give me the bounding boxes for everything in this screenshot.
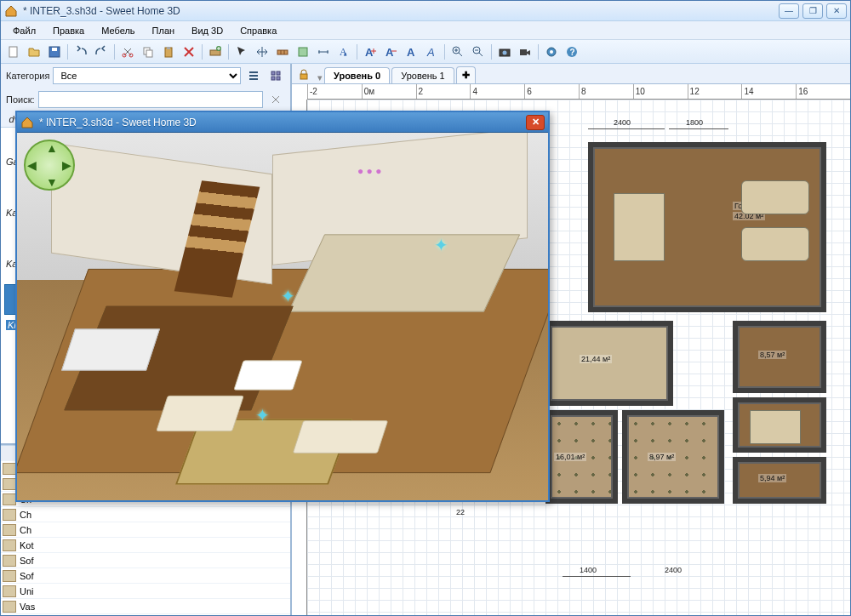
svg-point-23: [503, 50, 507, 54]
nav-right-icon[interactable]: ▶: [62, 158, 71, 172]
text-tool[interactable]: Aa: [334, 43, 353, 61]
nav-left-icon[interactable]: ◀: [27, 158, 37, 172]
room-tool[interactable]: [294, 43, 312, 61]
menu-plan[interactable]: План: [146, 24, 182, 37]
svg-rect-24: [520, 49, 527, 55]
svg-marker-34: [22, 117, 32, 128]
search-label: Поиск:: [6, 94, 35, 105]
list-item[interactable]: Kot: [1, 538, 290, 553]
list-item[interactable]: bes: [1, 614, 290, 615]
toolbar: Aa A A A A ?: [1, 40, 850, 64]
menu-edit[interactable]: Правка: [46, 24, 91, 37]
svg-rect-29: [271, 71, 275, 75]
text-bigger-button[interactable]: A: [361, 43, 380, 61]
svg-rect-31: [271, 77, 275, 80]
cut-button[interactable]: [118, 43, 137, 61]
chandelier-icon: ✦: [281, 286, 295, 306]
svg-rect-33: [300, 74, 307, 79]
minimize-button[interactable]: —: [779, 3, 799, 19]
text-italic-button[interactable]: A: [422, 43, 441, 61]
new-button[interactable]: [4, 43, 23, 61]
svg-text:A: A: [426, 46, 435, 59]
save-button[interactable]: [45, 43, 64, 61]
list-item[interactable]: Ch: [1, 507, 290, 522]
select-tool[interactable]: [232, 43, 251, 61]
dimension: 22: [456, 508, 465, 516]
popup-title: * INTER_3.sh3d - Sweet Home 3D: [39, 117, 526, 128]
maximize-button[interactable]: ❐: [802, 3, 823, 19]
menu-help[interactable]: Справка: [233, 24, 283, 37]
zoom-in-button[interactable]: [448, 43, 467, 61]
search-input[interactable]: [38, 91, 263, 108]
category-select[interactable]: Все: [53, 67, 241, 84]
text-smaller-button[interactable]: A: [381, 43, 400, 61]
close-button[interactable]: ✕: [826, 3, 847, 19]
navigation-pad[interactable]: ▲ ▼ ◀ ▶: [24, 140, 75, 191]
room-area: 5,94 м²: [758, 474, 786, 482]
undo-button[interactable]: [71, 43, 90, 61]
dimension: 2400: [665, 566, 682, 574]
svg-rect-1: [9, 47, 17, 57]
open-button[interactable]: [25, 43, 43, 61]
chandelier-icon: ✦: [434, 235, 448, 255]
room-area: 8,57 м²: [758, 351, 786, 359]
dimension-tool[interactable]: [314, 43, 333, 61]
list-item[interactable]: Sof: [1, 568, 290, 584]
tab-level-0[interactable]: Уровень 0: [324, 67, 390, 83]
ruler-mark: 12: [688, 84, 742, 99]
list-item[interactable]: Ch: [1, 522, 290, 538]
video-button[interactable]: [516, 43, 534, 61]
ruler-horizontal: -2 0м 2 4 6 8 10 12 14 16: [307, 84, 850, 100]
zoom-out-button[interactable]: [469, 43, 488, 61]
text-bold-button[interactable]: A: [402, 43, 420, 61]
menu-view3d[interactable]: Вид 3D: [185, 24, 230, 37]
light-icon: ● ● ●: [357, 165, 381, 177]
catalog-view-tree-button[interactable]: [266, 66, 285, 85]
wall-tool[interactable]: [273, 43, 292, 61]
add-furniture-button[interactable]: [206, 43, 225, 61]
list-item[interactable]: Vas: [1, 599, 290, 614]
ruler-mark: 2: [416, 84, 471, 99]
list-item[interactable]: Sof: [1, 553, 290, 568]
room-area: 21,44 м²: [580, 355, 612, 363]
dimension: 2400: [614, 118, 631, 127]
help-button[interactable]: ?: [563, 43, 581, 61]
svg-text:A: A: [365, 46, 374, 59]
app-icon: [20, 116, 34, 129]
menu-file[interactable]: Файл: [6, 24, 43, 37]
pan-tool[interactable]: [253, 43, 271, 61]
svg-rect-13: [299, 48, 307, 56]
room-2[interactable]: [545, 321, 673, 406]
level-tabs: ▾ Уровень 0 Уровень 1 ✚: [292, 64, 850, 84]
photo-button[interactable]: [495, 43, 514, 61]
ruler-mark: 16: [796, 84, 850, 99]
list-item[interactable]: Uni: [1, 584, 290, 599]
view3d-window[interactable]: * INTER_3.sh3d - Sweet Home 3D ✕ ✦ ✦ ✦ ●…: [15, 111, 550, 502]
catalog-view-list-button[interactable]: [244, 66, 263, 85]
furniture-sofa[interactable]: [741, 180, 809, 214]
svg-text:?: ?: [570, 48, 575, 57]
search-clear-button[interactable]: [266, 90, 285, 109]
lock-icon[interactable]: [295, 66, 312, 83]
delete-button[interactable]: [180, 43, 198, 61]
tab-level-1[interactable]: Уровень 1: [391, 67, 454, 83]
nav-down-icon[interactable]: ▼: [46, 175, 58, 189]
copy-button[interactable]: [139, 43, 157, 61]
titlebar: * INTER_3.sh3d - Sweet Home 3D — ❐ ✕: [1, 1, 850, 21]
redo-button[interactable]: [92, 43, 111, 61]
ruler-mark: 8: [579, 84, 633, 99]
nav-up-icon[interactable]: ▲: [46, 141, 58, 155]
furniture-bed[interactable]: [750, 410, 801, 444]
view3d-canvas[interactable]: ✦ ✦ ✦ ● ● ● ▲ ▼ ◀ ▶: [17, 133, 548, 500]
furniture-sofa[interactable]: [741, 227, 809, 261]
furniture-table[interactable]: [614, 193, 665, 261]
svg-marker-0: [6, 6, 16, 16]
dimension: 1800: [686, 118, 703, 127]
svg-rect-32: [277, 77, 280, 80]
paste-button[interactable]: [159, 43, 178, 61]
ruler-mark: -2: [307, 84, 362, 99]
popup-close-button[interactable]: ✕: [526, 115, 545, 130]
preferences-button[interactable]: [542, 43, 561, 61]
tab-add-level[interactable]: ✚: [456, 66, 476, 83]
menu-furniture[interactable]: Мебель: [94, 24, 141, 37]
